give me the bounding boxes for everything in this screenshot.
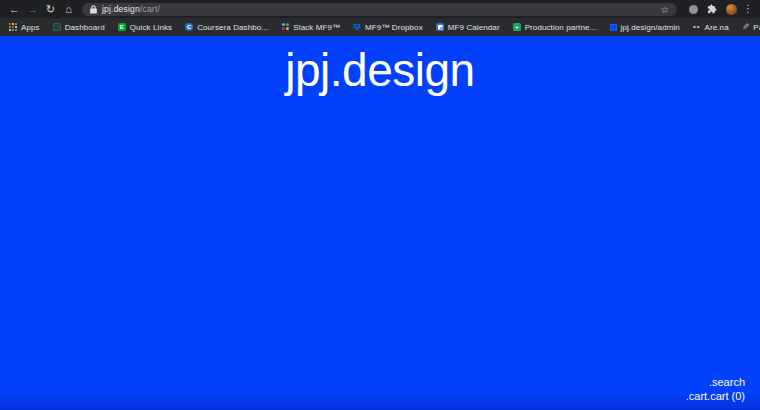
back-icon[interactable]: ← [6, 0, 23, 18]
url-text: jpj.design/cart/ [102, 4, 160, 14]
bookmark-calendar[interactable]: MF9 Calendar [436, 23, 500, 32]
bookmark-label: Are.na [705, 23, 729, 32]
bookmark-paraphrasing-tool[interactable]: ✎ Paraphrasing Tool [742, 23, 760, 32]
dashboard-icon [53, 23, 61, 31]
bookmark-label: MF9 Calendar [448, 23, 500, 32]
bookmark-arena[interactable]: •• Are.na [693, 23, 729, 32]
reload-icon[interactable]: ↻ [42, 0, 59, 18]
page-title: jpj.design [0, 36, 760, 93]
bookmark-star-icon[interactable]: ☆ [660, 3, 669, 16]
slack-icon [281, 23, 289, 31]
arena-dots-icon: •• [693, 23, 701, 31]
bookmarks-bar: Apps Dashboard E Quick Links C Coursera … [0, 18, 760, 36]
evernote-icon: E [118, 23, 126, 31]
bookmark-label: Production partne... [525, 23, 597, 32]
extensions-puzzle-icon[interactable] [707, 4, 717, 14]
bookmark-label: Slack MF9™ [293, 23, 340, 32]
lock-icon[interactable] [90, 5, 97, 14]
pen-icon: ✎ [742, 23, 750, 31]
bookmark-production-partners[interactable]: + Production partne... [513, 23, 597, 32]
bookmark-slack[interactable]: Slack MF9™ [281, 23, 340, 32]
browser-toolbar: ← → ↻ ⌂ jpj.design/cart/ ☆ ⋮ [0, 0, 760, 18]
extension-circle-icon[interactable] [689, 5, 698, 14]
home-icon[interactable]: ⌂ [60, 0, 77, 18]
address-bar[interactable]: jpj.design/cart/ ☆ [82, 3, 677, 16]
bookmark-label: Coursera Dashbo... [197, 23, 268, 32]
bookmark-label: MF9™ Dropbox [365, 23, 423, 32]
bookmark-dropbox[interactable]: MF9™ Dropbox [353, 23, 423, 32]
dropbox-icon [353, 23, 361, 31]
bookmark-quick-links[interactable]: E Quick Links [118, 23, 172, 32]
cart-link[interactable]: .cart.cart (0) [686, 389, 745, 403]
apps-grid-icon [9, 23, 17, 31]
bookmark-label: Quick Links [130, 23, 172, 32]
bookmark-coursera[interactable]: C Coursera Dashbo... [185, 23, 268, 32]
blue-square-icon [610, 24, 617, 31]
calendar-icon [436, 23, 444, 31]
browser-window: ← → ↻ ⌂ jpj.design/cart/ ☆ ⋮ Apps Dashbo… [0, 0, 760, 410]
footer-links: .search .cart.cart (0) [686, 375, 745, 403]
bookmark-dashboard[interactable]: Dashboard [53, 23, 105, 32]
bookmark-apps[interactable]: Apps [9, 23, 40, 32]
spreadsheet-plus-icon: + [513, 23, 521, 31]
bookmark-jpj-admin[interactable]: jpj.design/admin [610, 23, 680, 32]
bookmark-label: Apps [21, 23, 40, 32]
page-content: jpj.design .search .cart.cart (0) [0, 36, 760, 410]
browser-menu-icon[interactable]: ⋮ [742, 0, 754, 18]
bookmark-label: Paraphrasing Tool [753, 23, 760, 32]
url-host: jpj.design [102, 4, 140, 14]
forward-icon[interactable]: → [24, 0, 41, 18]
search-link[interactable]: .search [686, 375, 745, 389]
bookmark-label: jpj.design/admin [621, 23, 680, 32]
coursera-icon: C [185, 23, 193, 31]
profile-avatar[interactable] [726, 4, 737, 15]
url-path: /cart/ [140, 4, 160, 14]
bookmark-label: Dashboard [65, 23, 105, 32]
